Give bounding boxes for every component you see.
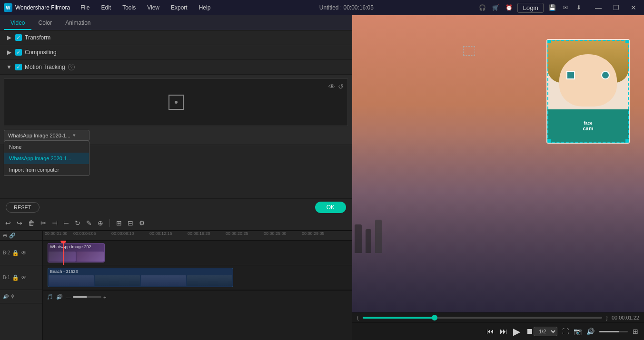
track2-lock-icon[interactable]: 🔒 (12, 250, 19, 256)
transform-label: Transform (25, 34, 50, 41)
menu-view[interactable]: View (142, 3, 164, 12)
toolbar-divider (109, 219, 110, 227)
dropdown-option-whatsapp[interactable]: WhatsApp Image 2020-1... (4, 153, 89, 164)
menu-tools[interactable]: Tools (118, 3, 140, 12)
download-icon[interactable]: ⬇ (574, 3, 584, 12)
timeline-area: ⊕ 🔗 B·2 🔒 👁 B·1 🔒 👁 🔊 (0, 231, 352, 340)
login-button[interactable]: Login (517, 3, 544, 13)
avatar-preview: face cam (546, 39, 630, 144)
transform-section[interactable]: ▶ ✓ Transform (0, 30, 352, 45)
avatar-shirt-text: face cam (583, 121, 593, 131)
compositing-section[interactable]: ▶ ✓ Compositing (0, 45, 352, 60)
fullscreen-icon[interactable]: ⛶ (562, 328, 569, 335)
maximize-button[interactable]: ❐ (609, 4, 623, 11)
tab-color[interactable]: Color (31, 17, 59, 30)
track1-number: B·1 (3, 275, 10, 280)
menu-help[interactable]: Help (194, 3, 216, 12)
avatar-clip[interactable]: WhatsApp Image 202... (48, 243, 105, 262)
motion-tracking-checkbox[interactable]: ✓ (15, 64, 22, 70)
settings-icon[interactable]: ⚙ (138, 218, 147, 228)
avatar-clip-label: WhatsApp Image 202... (50, 244, 95, 249)
transform-checkbox[interactable]: ✓ (15, 34, 22, 41)
microphone-icon[interactable]: 🎙 (10, 294, 15, 299)
volume-icon[interactable]: 🔊 (56, 294, 63, 300)
edit-icon[interactable]: ✎ (85, 218, 93, 228)
motion-tracking-help[interactable]: ? (68, 64, 75, 70)
hide-tracking-icon[interactable]: 👁 (328, 83, 335, 90)
prev-frame-button[interactable]: ⏮ (486, 327, 494, 336)
seekbar[interactable] (363, 317, 603, 319)
speed-selector[interactable]: 1/2 1/1 2x (534, 327, 557, 336)
properties-panel: ▶ ✓ Transform ▶ ✓ Compositing ▼ ✓ Motion… (0, 30, 352, 198)
cut-icon[interactable]: ✂ (39, 218, 48, 228)
screenshot-icon[interactable]: 📷 (574, 328, 582, 335)
volume-control-icon[interactable]: 🔊 (586, 328, 594, 335)
track-bottom-controls: 🔊 🎙 (0, 290, 42, 303)
logo-icon: W (4, 3, 12, 12)
cart-icon[interactable]: 🛒 (491, 3, 500, 12)
more-options-icon[interactable]: ⊞ (633, 328, 638, 335)
remove-track-icon[interactable]: ⊟ (126, 218, 135, 228)
zoom-in-icon[interactable]: + (103, 294, 106, 300)
dropdown-menu: None WhatsApp Image 2020-1... Import fro… (4, 141, 89, 176)
delete-icon[interactable]: 🗑 (27, 218, 36, 228)
track2-visibility-icon[interactable]: 👁 (21, 250, 27, 256)
headset-icon[interactable]: 🎧 (477, 3, 487, 12)
trim-left-icon[interactable]: ⊣ (50, 218, 59, 228)
beach-clip[interactable]: Beach - 31533 (48, 268, 233, 287)
zoom-slider[interactable]: — + (66, 294, 106, 300)
stop-button[interactable]: ⏹ (526, 327, 534, 336)
zoom-track (73, 296, 101, 298)
add-audio-icon[interactable]: 🎵 (47, 294, 53, 300)
magnet-icon[interactable]: 🔗 (9, 233, 16, 239)
tab-animation[interactable]: Animation (59, 17, 97, 30)
track2-row: WhatsApp Image 202... (43, 241, 352, 265)
dropdown-option-import[interactable]: Import from computer (4, 164, 89, 175)
redo-icon[interactable]: ↪ (15, 218, 24, 228)
audio-icon[interactable]: 🔊 (3, 294, 9, 299)
rotate-icon[interactable]: ↻ (73, 218, 82, 228)
scene-people (352, 164, 644, 253)
motion-tracking-section[interactable]: ▼ ✓ Motion Tracking ? (0, 60, 352, 75)
close-button[interactable]: ✕ (627, 4, 640, 11)
timeline-toolbar: ↩ ↪ 🗑 ✂ ⊣ ⊢ ↻ ✎ ⊕ ⊞ ⊟ ⚙ (0, 216, 352, 231)
reset-tracking-icon[interactable]: ↺ (338, 83, 344, 90)
playhead (63, 241, 64, 265)
save-icon[interactable]: 💾 (547, 3, 557, 12)
menu-export[interactable]: Export (166, 3, 192, 12)
dropdown-button[interactable]: WhatsApp Image 2020-1... ▾ (4, 130, 89, 141)
avatar-face (559, 54, 617, 107)
trim-right-icon[interactable]: ⊢ (62, 218, 70, 228)
volume-track[interactable] (599, 331, 628, 332)
add-media-icon[interactable]: ⊕ (3, 233, 7, 239)
avatar-eye-right (601, 71, 610, 79)
zoom-out-icon[interactable]: — (66, 294, 71, 300)
clock-icon[interactable]: ⏰ (504, 3, 514, 12)
undo-icon[interactable]: ↩ (4, 218, 12, 228)
minimize-button[interactable]: — (591, 4, 605, 11)
ruler-mark-4: 00:00:16:20 (188, 231, 210, 236)
menu-bar: File Edit Tools View Export Help (76, 3, 215, 12)
dropdown-selected-label: WhatsApp Image 2020-1... (8, 133, 70, 138)
timeline-left-controls: ⊕ 🔗 B·2 🔒 👁 B·1 🔒 👁 🔊 (0, 231, 43, 340)
track1-lock-icon[interactable]: 🔒 (12, 274, 19, 281)
mail-icon[interactable]: ✉ (561, 3, 570, 12)
tab-video[interactable]: Video (4, 17, 31, 30)
props-footer: RESET OK (0, 198, 352, 216)
tracking-target-dropdown[interactable]: WhatsApp Image 2020-1... ▾ None WhatsApp… (4, 130, 89, 141)
add-track-icon[interactable]: ⊞ (115, 218, 123, 228)
left-panel: Video Color Animation ▶ ✓ Transform ▶ ✓ … (0, 15, 352, 340)
motion-tracking-chevron: ▼ (6, 64, 12, 70)
reset-button[interactable]: RESET (6, 202, 40, 213)
ok-button[interactable]: OK (315, 202, 346, 213)
track1-visibility-icon[interactable]: 👁 (21, 274, 27, 281)
play-button[interactable]: ▶ (513, 326, 520, 337)
dropdown-option-none[interactable]: None (4, 141, 89, 153)
next-frame-button[interactable]: ⏭ (500, 327, 507, 336)
menu-file[interactable]: File (76, 3, 94, 12)
timeline-header-left: ⊕ 🔗 (0, 231, 42, 241)
compositing-label: Compositing (25, 49, 57, 56)
menu-edit[interactable]: Edit (97, 3, 116, 12)
compositing-checkbox[interactable]: ✓ (15, 49, 22, 56)
crop-icon[interactable]: ⊕ (96, 218, 105, 228)
